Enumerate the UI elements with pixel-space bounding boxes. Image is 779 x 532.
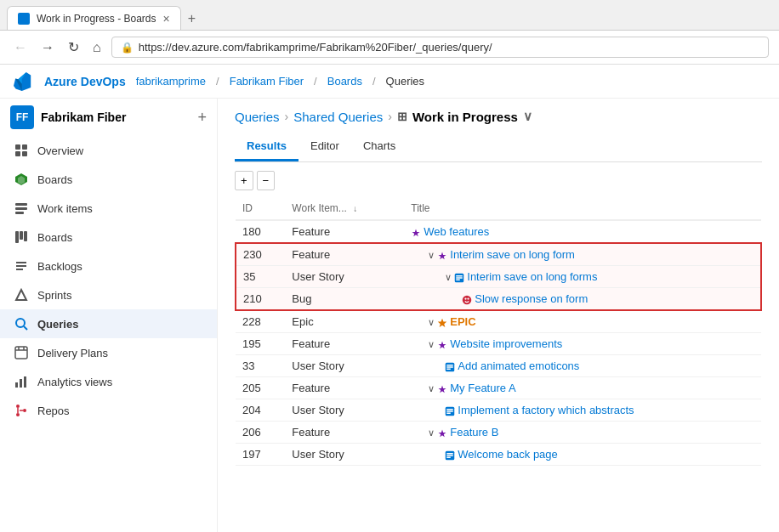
- new-tab-button[interactable]: +: [181, 8, 202, 30]
- address-bar[interactable]: 🔒 https://dev.azure.com/fabrikamprime/Fa…: [111, 37, 769, 58]
- table-row[interactable]: 197User StoryWelcome back page: [236, 444, 761, 466]
- cell-title[interactable]: ∨Interim save on long form: [404, 243, 761, 266]
- work-item-title[interactable]: Website improvements: [450, 337, 562, 350]
- cell-title[interactable]: Implement a factory which abstracts: [404, 399, 761, 422]
- tab-close-button[interactable]: ×: [163, 12, 170, 25]
- sidebar-item-work-items[interactable]: Work items: [0, 194, 217, 223]
- work-item-title[interactable]: Feature B: [450, 426, 498, 439]
- tab-editor[interactable]: Editor: [299, 133, 351, 161]
- tab-charts[interactable]: Charts: [351, 133, 407, 161]
- breadcrumb-boards[interactable]: Boards: [327, 75, 362, 88]
- cell-id: 180: [236, 220, 285, 243]
- breadcrumb-queries: Queries: [386, 75, 425, 88]
- work-item-title[interactable]: Implement a factory which abstracts: [458, 404, 634, 416]
- sidebar-item-backlogs[interactable]: Backlogs: [0, 252, 217, 280]
- work-item-title[interactable]: Web features: [424, 225, 489, 238]
- sidebar-item-sprints[interactable]: Sprints: [0, 280, 217, 309]
- main-layout: FF Fabrikam Fiber + Overview Boards Work…: [0, 99, 779, 532]
- sidebar-item-label: Overview: [37, 144, 83, 157]
- cell-title[interactable]: Add animated emoticons: [404, 355, 761, 377]
- work-item-title[interactable]: Slow response on form: [475, 292, 588, 305]
- svg-rect-22: [24, 376, 26, 388]
- cell-type: Feature: [285, 422, 404, 444]
- table-row[interactable]: 205Feature∨My Feature A: [236, 377, 761, 399]
- table-row[interactable]: 228Epic∨EPIC: [236, 310, 761, 333]
- backlogs-icon: [14, 258, 29, 274]
- results-table: ID Work Item... ↓ Title 180FeatureWeb fe…: [235, 197, 762, 466]
- work-item-title[interactable]: Interim save on long forms: [467, 270, 597, 283]
- table-row[interactable]: 206Feature∨Feature B: [236, 422, 761, 444]
- back-button[interactable]: ←: [10, 37, 31, 59]
- breadcrumb-org[interactable]: fabrikamprime: [136, 75, 206, 88]
- table-row[interactable]: 35User Story∨Interim save on long forms: [236, 266, 761, 288]
- sidebar-item-overview[interactable]: Overview: [0, 136, 217, 165]
- work-item-title[interactable]: Add animated emoticons: [458, 359, 579, 372]
- svg-rect-8: [20, 231, 23, 240]
- sidebar-item-boards-group[interactable]: Boards: [0, 165, 217, 194]
- sidebar-item-queries[interactable]: Queries: [0, 309, 217, 338]
- home-button[interactable]: ⌂: [89, 37, 105, 59]
- sidebar-item-label: Delivery Plans: [37, 347, 108, 359]
- browser-tab[interactable]: Work in Progress - Boards ×: [7, 6, 181, 30]
- breadcrumb-shared-queries-link[interactable]: Shared Queries: [293, 110, 383, 124]
- table-container: + − ID Work Item... ↓ Title 180FeatureWe…: [218, 162, 779, 532]
- tab-results[interactable]: Results: [235, 133, 299, 161]
- cell-title[interactable]: ∨Feature B: [404, 422, 761, 444]
- cell-title[interactable]: ∨EPIC: [404, 310, 761, 333]
- repos-icon: [14, 403, 29, 418]
- cell-title[interactable]: Web features: [404, 220, 761, 243]
- sidebar-item-boards[interactable]: Boards: [0, 223, 217, 252]
- cell-type: User Story: [285, 266, 404, 288]
- cell-title[interactable]: Slow response on form: [404, 288, 761, 311]
- expand-icon[interactable]: ∨: [428, 317, 435, 327]
- sidebar-item-label: Sprints: [37, 289, 71, 302]
- expand-icon[interactable]: ∨: [445, 272, 452, 282]
- cell-type: User Story: [285, 444, 404, 466]
- cell-type: Epic: [285, 310, 404, 333]
- svg-rect-2: [15, 151, 20, 156]
- sidebar-item-analytics-views[interactable]: Analytics views: [0, 367, 217, 396]
- sidebar-item-label: Queries: [37, 318, 78, 331]
- work-item-title[interactable]: Interim save on long form: [450, 248, 575, 261]
- forward-button[interactable]: →: [37, 37, 58, 59]
- work-item-title[interactable]: EPIC: [450, 315, 475, 328]
- cell-title[interactable]: ∨Interim save on long forms: [404, 266, 761, 288]
- cell-title[interactable]: ∨Website improvements: [404, 333, 761, 355]
- sidebar-item-delivery-plans[interactable]: Delivery Plans: [0, 338, 217, 367]
- breadcrumb-sep-2: /: [314, 75, 317, 88]
- add-row-button[interactable]: +: [235, 171, 253, 190]
- content-area: Queries › Shared Queries › ⊞ Work in Pro…: [218, 99, 779, 532]
- sidebar-add-button[interactable]: +: [197, 109, 207, 127]
- col-work-item-type[interactable]: Work Item... ↓: [285, 197, 404, 220]
- work-item-title[interactable]: Welcome back page: [458, 448, 558, 461]
- svg-point-33: [465, 297, 467, 299]
- refresh-button[interactable]: ↻: [65, 36, 82, 59]
- expand-icon[interactable]: ∨: [428, 383, 435, 393]
- expand-icon[interactable]: ∨: [428, 250, 435, 260]
- sidebar-item-repos[interactable]: Repos: [0, 396, 217, 425]
- cell-title[interactable]: ∨My Feature A: [404, 377, 761, 399]
- expand-icon[interactable]: ∨: [428, 427, 435, 438]
- cell-title[interactable]: Welcome back page: [404, 444, 761, 466]
- breadcrumb-queries-link[interactable]: Queries: [235, 110, 280, 124]
- svg-rect-21: [20, 379, 22, 388]
- table-row[interactable]: 204User StoryImplement a factory which a…: [236, 399, 761, 422]
- breadcrumb-project[interactable]: Fabrikam Fiber: [230, 75, 304, 88]
- table-row[interactable]: 230Feature∨Interim save on long form: [236, 243, 761, 266]
- cell-id: 210: [236, 288, 285, 311]
- boards-group-icon: [14, 172, 29, 187]
- table-row[interactable]: 33User StoryAdd animated emoticons: [236, 355, 761, 377]
- breadcrumb-dropdown-icon[interactable]: ∨: [523, 109, 532, 124]
- app-header: Azure DevOps fabrikamprime / Fabrikam Fi…: [0, 65, 779, 99]
- table-row[interactable]: 195Feature∨Website improvements: [236, 333, 761, 355]
- remove-row-button[interactable]: −: [257, 171, 276, 190]
- svg-rect-1: [22, 144, 27, 150]
- work-item-title[interactable]: My Feature A: [450, 382, 515, 394]
- table-row[interactable]: 180FeatureWeb features: [236, 220, 761, 243]
- table-row[interactable]: 210BugSlow response on form: [236, 288, 761, 311]
- cell-id: 197: [236, 444, 285, 466]
- cell-type: Feature: [285, 333, 404, 355]
- cell-id: 33: [236, 355, 285, 377]
- project-selector[interactable]: FF Fabrikam Fiber: [10, 105, 126, 129]
- expand-icon[interactable]: ∨: [428, 339, 435, 349]
